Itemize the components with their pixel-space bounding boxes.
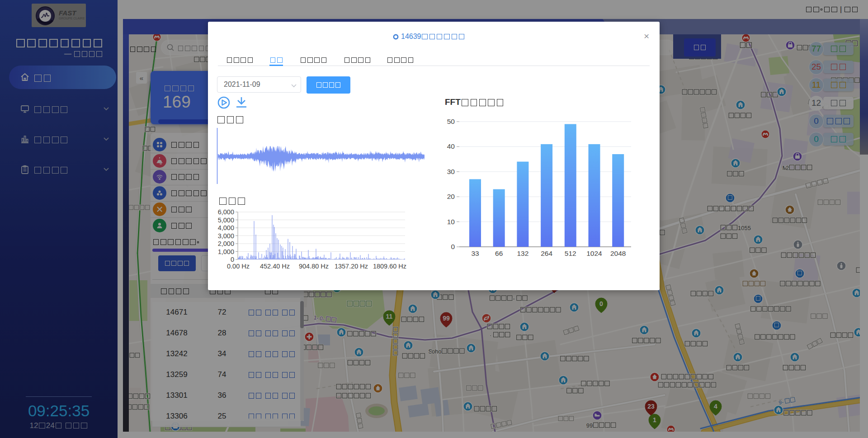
svg-text:132: 132 bbox=[517, 250, 528, 257]
svg-text:66: 66 bbox=[495, 250, 503, 257]
svg-text:1,000: 1,000 bbox=[218, 248, 234, 255]
svg-text:904.80 Hz: 904.80 Hz bbox=[299, 263, 329, 270]
svg-text:5,000: 5,000 bbox=[218, 217, 234, 224]
svg-text:3,000: 3,000 bbox=[218, 232, 234, 240]
svg-text:0: 0 bbox=[451, 243, 455, 250]
svg-text:2048: 2048 bbox=[610, 250, 626, 257]
svg-text:10: 10 bbox=[447, 218, 455, 226]
svg-text:512: 512 bbox=[565, 250, 576, 257]
svg-text:1357.20 Hz: 1357.20 Hz bbox=[335, 263, 368, 270]
svg-text:40: 40 bbox=[447, 142, 455, 150]
svg-text:1809.60 Hz: 1809.60 Hz bbox=[373, 263, 406, 270]
svg-text:452.40 Hz: 452.40 Hz bbox=[260, 263, 290, 270]
svg-text:0.00 Hz: 0.00 Hz bbox=[227, 263, 250, 270]
svg-text:6,000: 6,000 bbox=[218, 208, 234, 216]
svg-text:30: 30 bbox=[447, 168, 455, 175]
svg-text:2,000: 2,000 bbox=[218, 240, 234, 247]
svg-text:20: 20 bbox=[447, 193, 455, 200]
svg-text:0: 0 bbox=[231, 256, 234, 263]
svg-text:4,000: 4,000 bbox=[218, 224, 234, 231]
svg-text:50: 50 bbox=[447, 118, 455, 125]
svg-text:264: 264 bbox=[541, 250, 552, 257]
svg-text:1024: 1024 bbox=[586, 250, 602, 257]
svg-text:33: 33 bbox=[471, 250, 479, 257]
